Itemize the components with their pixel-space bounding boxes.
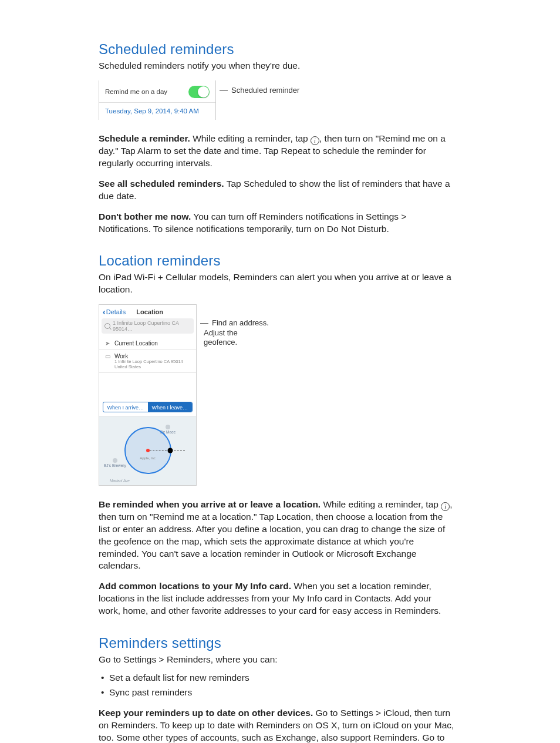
figure-scheduled: Remind me on a day Tuesday, Sep 9, 2014,… <box>99 80 455 120</box>
settings-bullets: Set a default list for new reminders Syn… <box>101 671 455 700</box>
remind-on-day-cell: Remind me on a day Tuesday, Sep 9, 2014,… <box>99 80 216 120</box>
callout-line <box>220 90 228 91</box>
remind-date-value[interactable]: Tuesday, Sep 9, 2014, 9:40 AM <box>99 102 215 120</box>
location-title: Location <box>107 308 193 315</box>
figure-location: ‹ Details Location 1 Infinite Loop Cuper… <box>99 304 455 486</box>
settings-intro: Go to Settings > Reminders, where you ca… <box>99 654 455 666</box>
scheduled-p2: See all scheduled reminders. Tap Schedul… <box>99 178 455 203</box>
info-icon: i <box>311 136 319 145</box>
map-road-label: Mariani Ave <box>110 479 130 483</box>
section-title-scheduled: Scheduled reminders <box>99 41 455 58</box>
geofence-handle[interactable] <box>167 448 173 453</box>
chevron-left-icon: ‹ <box>103 308 106 316</box>
work-location-row[interactable]: ▭ Work 1 Infinite Loop Cupertino CA 9501… <box>99 349 196 372</box>
settings-p1: Keep your reminders up to date on other … <box>99 707 455 743</box>
address-search-field[interactable]: 1 Infinite Loop Cupertino CA 95014… <box>102 318 194 334</box>
location-p1: Be reminded when you arrive at or leave … <box>99 499 455 573</box>
current-location-row[interactable]: ➤ Current Location <box>99 337 196 349</box>
location-screen-mock: ‹ Details Location 1 Infinite Loop Cuper… <box>99 304 197 486</box>
bullet-default-list: Set a default list for new reminders <box>101 671 455 685</box>
callout-scheduled-reminder: Scheduled reminder <box>231 86 299 95</box>
remind-on-day-label: Remind me on a day <box>105 88 167 95</box>
scheduled-intro: Scheduled reminders notify you when they… <box>99 60 455 72</box>
scheduled-p1: Schedule a reminder. While editing a rem… <box>99 133 455 170</box>
callout-adjust-geofence: Adjust the geofence. <box>204 328 238 348</box>
section-title-location: Location reminders <box>99 253 455 269</box>
arrive-leave-segment[interactable]: When I arrive… When I leave… <box>103 402 193 412</box>
remind-on-day-toggle[interactable] <box>188 86 210 98</box>
location-intro: On iPad Wi-Fi + Cellular models, Reminde… <box>99 271 455 296</box>
map-label-apple: Apple, Inc <box>140 456 156 460</box>
bullet-sync-past: Sync past reminders <box>101 685 455 700</box>
briefcase-icon: ▭ <box>104 353 111 359</box>
location-arrow-icon: ➤ <box>104 340 111 347</box>
location-p2: Add common locations to your My Info car… <box>99 580 455 617</box>
geofence-map[interactable]: De Mace BJ's Brewery Apple, Inc Mariani … <box>99 416 196 485</box>
segment-when-leave[interactable]: When I leave… <box>148 402 193 412</box>
search-icon <box>104 323 110 329</box>
segment-when-arrive[interactable]: When I arrive… <box>103 402 148 412</box>
info-icon: i <box>441 502 450 511</box>
section-title-settings: Reminders settings <box>99 635 455 651</box>
callout-find-address: Find an address. <box>212 318 269 328</box>
scheduled-p3: Don't bother me now. You can turn off Re… <box>99 211 455 236</box>
callout-line <box>200 323 208 324</box>
